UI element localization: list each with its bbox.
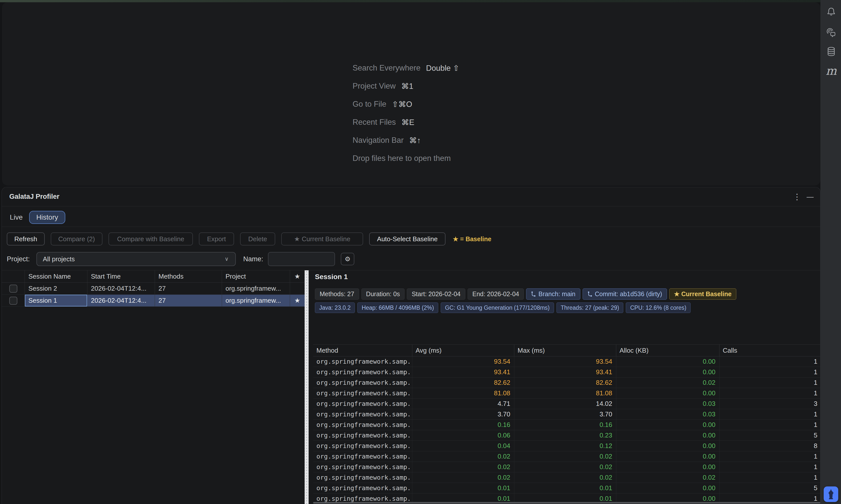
method-header-calls[interactable]: Calls [719, 345, 820, 356]
avg-cell: 93.41 [412, 367, 514, 378]
calls-cell: 5 [719, 483, 820, 493]
session-row[interactable]: Session 12026-02-04T12:4...27org.springf… [2, 295, 304, 307]
sessions-header-project[interactable]: Project [222, 270, 290, 282]
alloc-cell: 0.02 [616, 472, 719, 483]
calls-cell: 1 [719, 367, 820, 378]
project-filter-label: Project: [7, 255, 30, 263]
tab-live[interactable]: Live [9, 211, 23, 224]
avg-cell: 0.01 [412, 483, 514, 493]
notifications-bell-icon[interactable] [826, 6, 837, 17]
session-row[interactable]: Session 22026-02-04T12:4...27org.springf… [2, 283, 304, 295]
gear-icon: ⚙ [345, 255, 350, 263]
method-row[interactable]: org.springframework.samp...93.4193.410.0… [313, 367, 820, 378]
editor-shortcut-row: Recent Files ⌘E [353, 113, 459, 131]
refresh-button[interactable]: Refresh [7, 232, 45, 246]
calls-cell: 3 [719, 399, 820, 409]
max-cell: 0.23 [514, 430, 616, 441]
maven-m-glyph: m [826, 65, 837, 76]
session-methods-cell: 27 [155, 283, 222, 295]
top-accent-strip [0, 0, 820, 2]
name-filter-input[interactable] [268, 252, 335, 266]
profiler-title: GalataJ Profiler [9, 187, 59, 206]
minimize-icon[interactable]: — [805, 191, 816, 202]
editor-shortcut-row: Project View ⌘1 [353, 77, 459, 95]
sessions-header-checkbox-col [2, 270, 24, 282]
method-name-cell: org.springframework.samp... [313, 388, 412, 399]
method-name-cell: org.springframework.samp... [313, 483, 412, 493]
chevron-down-icon: ∨ [225, 256, 229, 262]
method-row[interactable]: org.springframework.samp...0.020.020.001 [313, 451, 820, 462]
method-row[interactable]: org.springframework.samp...82.6282.620.0… [313, 378, 820, 388]
method-table: MethodAvg (ms)Max (ms)Alloc (KB)Calls or… [313, 344, 820, 504]
session-checkbox[interactable] [9, 297, 17, 305]
avg-cell: 81.08 [412, 388, 514, 399]
method-name-cell: org.springframework.samp... [313, 451, 412, 462]
method-row[interactable]: org.springframework.samp...81.0881.080.0… [313, 388, 820, 399]
max-cell: 82.62 [514, 378, 616, 388]
export-button[interactable]: Export [199, 232, 234, 246]
session-name-cell: Session 2 [24, 283, 87, 295]
sessions-header-[interactable]: ★ [290, 270, 304, 282]
avg-cell: 82.62 [412, 378, 514, 388]
tab-history[interactable]: History [29, 211, 65, 224]
kebab-menu-icon[interactable]: ⋮ [791, 191, 803, 202]
shortcut-label: Go to File [353, 100, 386, 109]
profiler-panel: GalataJ Profiler ⋮ — LiveHistory Refresh… [1, 187, 820, 504]
method-row[interactable]: org.springframework.samp...0.010.010.005 [313, 483, 820, 493]
current-baseline-badge: ★ Current Baseline [669, 288, 736, 300]
sessions-header-start-time[interactable]: Start Time [87, 270, 155, 282]
sessions-table: Session NameStart TimeMethodsProject★ Se… [2, 270, 304, 504]
shortcut-label: Recent Files [353, 118, 396, 127]
compare-2-button[interactable]: Compare (2) [51, 232, 103, 246]
session-checkbox-cell[interactable] [2, 295, 24, 307]
calls-cell: 1 [719, 472, 820, 483]
profiler-tabs: LiveHistory [9, 211, 65, 224]
method-header-method[interactable]: Method [313, 345, 412, 356]
method-row[interactable]: org.springframework.samp...4.7114.020.03… [313, 399, 820, 409]
sessions-header-methods[interactable]: Methods [155, 270, 222, 282]
calls-cell: 1 [719, 462, 820, 472]
method-name-cell: org.springframework.samp... [313, 378, 412, 388]
session-checkbox-cell[interactable] [2, 283, 24, 295]
avg-cell: 0.02 [412, 451, 514, 462]
method-header-alloc-kb[interactable]: Alloc (KB) [616, 345, 719, 356]
method-header-max-ms[interactable]: Max (ms) [514, 345, 616, 356]
method-row[interactable]: org.springframework.samp...0.020.020.021 [313, 472, 820, 483]
divider [2, 227, 820, 227]
method-row[interactable]: org.springframework.samp...0.160.160.001 [313, 420, 820, 430]
git-branch-icon [531, 291, 536, 297]
horizontal-scrollbar[interactable] [313, 502, 820, 504]
current-baseline-button[interactable]: ★ Current Baseline [281, 232, 363, 246]
auto-select-baseline-button[interactable]: Auto-Select Baseline [369, 232, 445, 246]
git-branch-icon [588, 291, 592, 297]
shortcut-label: Project View [353, 82, 396, 91]
alloc-cell: 0.00 [616, 356, 719, 367]
method-row[interactable]: org.springframework.samp...3.703.700.031 [313, 409, 820, 420]
avg-cell: 93.54 [412, 356, 514, 367]
calls-cell: 1 [719, 378, 820, 388]
method-row[interactable]: org.springframework.samp...0.040.120.008 [313, 441, 820, 451]
method-row[interactable]: org.springframework.samp...0.060.230.005 [313, 430, 820, 441]
method-row[interactable]: org.springframework.samp...93.5493.540.0… [313, 356, 820, 367]
split-handle[interactable] [304, 270, 309, 504]
broadcast-chat-icon[interactable] [826, 26, 837, 38]
editor-empty-area: Search Everywhere Double ⇧ Project View … [2, 2, 820, 185]
method-row[interactable]: org.springframework.samp...0.020.020.001 [313, 462, 820, 472]
settings-gear-button[interactable]: ⚙ [341, 253, 354, 265]
compare-with-baseline-button[interactable]: Compare with Baseline [108, 232, 193, 246]
max-cell: 0.02 [514, 462, 616, 472]
max-cell: 14.02 [514, 399, 616, 409]
session-name-cell: Session 1 [24, 295, 87, 307]
method-name-cell: org.springframework.samp... [313, 441, 412, 451]
shortcut-label: Navigation Bar [353, 136, 404, 145]
database-icon[interactable] [826, 46, 837, 57]
calls-cell: 5 [719, 430, 820, 441]
maven-m-icon[interactable]: m [826, 65, 837, 76]
sessions-header-session-name[interactable]: Session Name [24, 270, 87, 282]
galata-tower-button[interactable] [824, 486, 838, 502]
alloc-cell: 0.00 [616, 430, 719, 441]
method-header-avg-ms[interactable]: Avg (ms) [412, 345, 514, 356]
project-dropdown[interactable]: All projects ∨ [36, 252, 236, 266]
session-checkbox[interactable] [9, 285, 17, 293]
delete-button[interactable]: Delete [240, 232, 275, 246]
